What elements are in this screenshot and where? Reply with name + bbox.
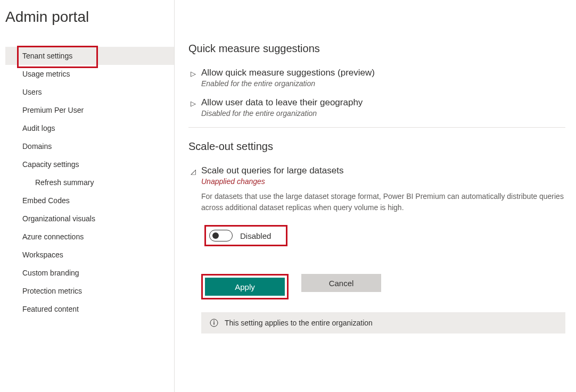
caret-right-icon: ▷: [191, 97, 201, 107]
button-row: Apply Cancel: [201, 274, 565, 299]
section-divider: [188, 127, 565, 128]
toggle-knob: [212, 232, 219, 239]
sidebar-item-featured-content[interactable]: Featured content: [5, 300, 174, 318]
setting-label: Allow quick measure suggestions (preview…: [201, 68, 565, 78]
sidebar-item-usage-metrics[interactable]: Usage metrics: [5, 65, 174, 83]
sidebar-item-protection-metrics[interactable]: Protection metrics: [5, 282, 174, 300]
setting-description: For datasets that use the large dataset …: [201, 191, 565, 213]
sidebar-item-refresh-summary[interactable]: Refresh summary: [5, 173, 174, 191]
svg-rect-2: [213, 322, 214, 325]
sidebar-item-tenant-settings[interactable]: Tenant settings: [5, 47, 174, 65]
sidebar-item-workspaces[interactable]: Workspaces: [5, 246, 174, 264]
info-bar: This setting applies to the entire organ…: [201, 312, 565, 333]
sidebar-item-premium-per-user[interactable]: Premium Per User: [5, 101, 174, 119]
info-text: This setting applies to the entire organ…: [225, 319, 373, 327]
sidebar-item-capacity-settings[interactable]: Capacity settings: [5, 155, 174, 173]
setting-body: Allow quick measure suggestions (preview…: [201, 68, 565, 88]
setting-allow-user-data-geography[interactable]: ▷ Allow user data to leave their geograp…: [188, 97, 565, 118]
setting-allow-quick-measure[interactable]: ▷ Allow quick measure suggestions (previ…: [188, 68, 565, 88]
section-title-scale-out: Scale-out settings: [188, 140, 565, 153]
setting-scale-out-queries[interactable]: ◿ Scale out queries for large datasets U…: [188, 165, 565, 333]
sidebar-item-azure-connections[interactable]: Azure connections: [5, 228, 174, 246]
setting-label: Allow user data to leave their geography: [201, 97, 565, 108]
portal-title: Admin portal: [5, 9, 174, 26]
sidebar-item-audit-logs[interactable]: Audit logs: [5, 119, 174, 137]
setting-status-unapplied: Unapplied changes: [201, 177, 565, 186]
sidebar-item-custom-branding[interactable]: Custom branding: [5, 264, 174, 282]
main-content: Quick measure suggestions ▷ Allow quick …: [175, 0, 576, 392]
info-icon: [210, 319, 218, 327]
setting-status: Disabled for the entire organization: [201, 109, 565, 118]
sidebar: Admin portal Tenant settings Usage metri…: [0, 0, 175, 392]
highlight-frame: Disabled: [204, 225, 287, 246]
toggle-row: Disabled: [201, 222, 565, 249]
caret-right-icon: ▷: [191, 68, 201, 78]
sidebar-item-embed-codes[interactable]: Embed Codes: [5, 191, 174, 210]
toggle-label: Disabled: [240, 231, 271, 240]
sidebar-item-users[interactable]: Users: [5, 83, 174, 101]
sidebar-item-organizational-visuals[interactable]: Organizational visuals: [5, 210, 174, 228]
highlight-frame: Apply: [201, 274, 289, 299]
cancel-button[interactable]: Cancel: [301, 274, 381, 292]
svg-point-1: [213, 321, 215, 322]
sidebar-item-label: Tenant settings: [22, 52, 72, 60]
sidebar-item-domains[interactable]: Domains: [5, 137, 174, 155]
nav-list: Tenant settings Usage metrics Users Prem…: [5, 47, 174, 318]
toggle-scale-out[interactable]: [209, 230, 233, 241]
setting-body: Allow user data to leave their geography…: [201, 97, 565, 118]
apply-button[interactable]: Apply: [205, 278, 285, 296]
setting-body: Scale out queries for large datasets Una…: [201, 165, 565, 333]
section-title-quick-measure: Quick measure suggestions: [188, 43, 565, 55]
caret-down-icon: ◿: [191, 165, 201, 176]
setting-label: Scale out queries for large datasets: [201, 165, 565, 176]
setting-status: Enabled for the entire organization: [201, 79, 565, 88]
